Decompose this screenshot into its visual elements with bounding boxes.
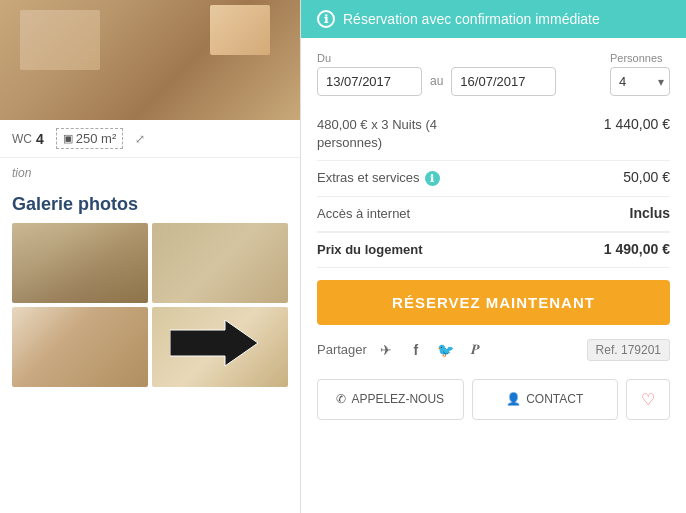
price-label-2: Extras et services xyxy=(317,169,420,187)
telegram-icon[interactable]: ✈ xyxy=(375,339,397,361)
surface-icon: ▣ xyxy=(63,132,73,145)
date-to-field: au 16/07/2017 xyxy=(451,52,556,96)
arrow-container xyxy=(170,318,260,372)
surface-value: 250 m² xyxy=(76,131,116,146)
share-group: Partager ✈ f 🐦 𝑷 xyxy=(317,339,487,361)
facebook-icon[interactable]: f xyxy=(405,339,427,361)
heart-icon: ♡ xyxy=(641,390,655,409)
gallery-thumb-3[interactable] xyxy=(12,307,148,387)
persons-field: Personnes 4 1 2 3 5 6 7 8 xyxy=(610,52,670,96)
gallery-title: Galerie photos xyxy=(0,184,300,223)
action-buttons: ✆ APPELEZ-NOUS 👤 CONTACT ♡ xyxy=(317,371,670,424)
au-separator: au xyxy=(430,74,443,96)
hero-image xyxy=(0,0,300,120)
extras-info-icon[interactable]: ℹ xyxy=(425,171,440,186)
persons-label: Personnes xyxy=(610,52,670,64)
section-label: tion xyxy=(0,158,300,184)
reserve-button[interactable]: RÉSERVEZ MAINTENANT xyxy=(317,280,670,325)
share-label: Partager xyxy=(317,342,367,357)
price-row-2: Extras et services ℹ 50,00 € xyxy=(317,161,670,196)
booking-panel: ℹ Réservation avec confirmation immédiat… xyxy=(300,0,686,513)
contact-button[interactable]: 👤 CONTACT xyxy=(472,379,619,420)
wc-value: 4 xyxy=(36,131,44,147)
price-row-3: Accès à internet Inclus xyxy=(317,197,670,232)
call-button-label: APPELEZ-NOUS xyxy=(351,392,444,406)
property-stats: WC 4 ▣ 250 m² ⤢ xyxy=(0,120,300,158)
expand-icon[interactable]: ⤢ xyxy=(135,132,145,146)
price-label-1: 480,00 € x 3 Nuits (4 personnes) xyxy=(317,116,477,152)
call-button[interactable]: ✆ APPELEZ-NOUS xyxy=(317,379,464,420)
wc-stat: WC 4 xyxy=(12,131,44,147)
price-value-1: 1 440,00 € xyxy=(604,116,670,132)
booking-header-text: Réservation avec confirmation immédiate xyxy=(343,11,600,27)
gallery-thumb-2[interactable] xyxy=(152,223,288,303)
date-row: Du 13/07/2017 au au 16/07/2017 Personnes… xyxy=(317,52,670,96)
header-info-icon: ℹ xyxy=(317,10,335,28)
price-row-4: Prix du logement 1 490,00 € xyxy=(317,232,670,268)
price-value-2: 50,00 € xyxy=(623,169,670,185)
share-row: Partager ✈ f 🐦 𝑷 Ref. 179201 xyxy=(317,335,670,371)
ref-badge: Ref. 179201 xyxy=(587,339,670,361)
date-from-input[interactable]: 13/07/2017 xyxy=(317,67,422,96)
price-value-4: 1 490,00 € xyxy=(604,241,670,257)
pinterest-icon[interactable]: 𝑷 xyxy=(465,339,487,361)
surface-box: ▣ 250 m² xyxy=(56,128,123,149)
persons-select[interactable]: 4 1 2 3 5 6 7 8 xyxy=(610,67,670,96)
persons-select-wrapper[interactable]: 4 1 2 3 5 6 7 8 xyxy=(610,67,670,96)
booking-body: Du 13/07/2017 au au 16/07/2017 Personnes… xyxy=(301,38,686,438)
left-panel: WC 4 ▣ 250 m² ⤢ tion Galerie photos xyxy=(0,0,300,513)
gallery-thumb-1[interactable] xyxy=(12,223,148,303)
contact-button-label: CONTACT xyxy=(526,392,583,406)
twitter-icon[interactable]: 🐦 xyxy=(435,339,457,361)
booking-header: ℹ Réservation avec confirmation immédiat… xyxy=(301,0,686,38)
date-to-input[interactable]: 16/07/2017 xyxy=(451,67,556,96)
price-row-1: 480,00 € x 3 Nuits (4 personnes) 1 440,0… xyxy=(317,108,670,161)
price-label-3: Accès à internet xyxy=(317,205,410,223)
price-value-3: Inclus xyxy=(630,205,670,221)
date-from-field: Du 13/07/2017 xyxy=(317,52,422,96)
svg-marker-0 xyxy=(170,320,258,366)
phone-icon: ✆ xyxy=(336,392,346,406)
price-label-4: Prix du logement xyxy=(317,241,422,259)
page-wrapper: WC 4 ▣ 250 m² ⤢ tion Galerie photos xyxy=(0,0,686,513)
user-icon: 👤 xyxy=(506,392,521,406)
label-du: Du xyxy=(317,52,422,64)
wishlist-button[interactable]: ♡ xyxy=(626,379,670,420)
wc-label: WC xyxy=(12,132,32,146)
extras-row: Extras et services ℹ xyxy=(317,169,440,187)
